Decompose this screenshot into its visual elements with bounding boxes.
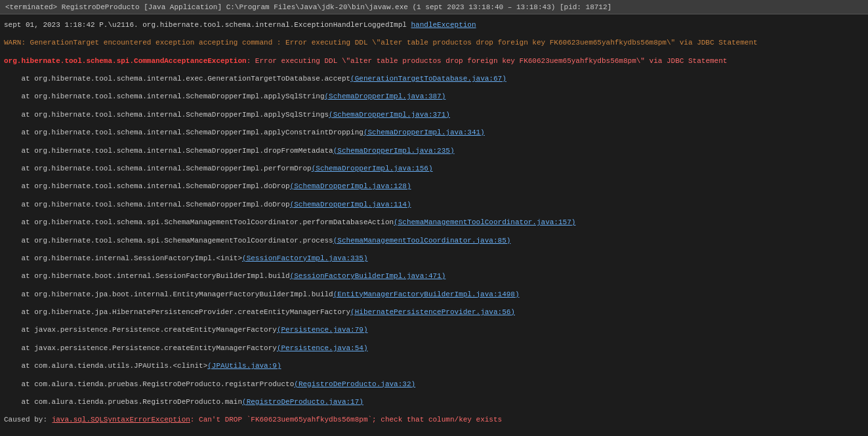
title-bar: <terminated> RegistroDeProducto [Java Ap… <box>0 0 868 14</box>
stack-link[interactable]: (RegistroDeProducto.java:17) <box>242 398 363 406</box>
exception-class-link[interactable]: org.hibernate.tool.schema.spi.CommandAcc… <box>4 57 247 65</box>
console-line: at org.hibernate.tool.schema.internal.Sc… <box>4 146 864 156</box>
console-line: at javax.persistence.Persistence.createE… <box>4 344 864 353</box>
console-line: at org.hibernate.tool.schema.internal.Sc… <box>4 200 864 210</box>
stack-link[interactable]: (SchemaDropperImpl.java:387) <box>324 92 445 100</box>
stack-link[interactable]: (SessionFactoryBuilderImpl.java:471) <box>290 272 446 280</box>
console-line: at org.hibernate.boot.internal.SessionFa… <box>4 271 864 281</box>
console-output[interactable]: sept 01, 2023 1:18:41 P.\u2116. org.hibe… <box>0 14 868 436</box>
stack-link[interactable]: (EntityManagerFactoryBuilderImpl.java:14… <box>333 290 520 298</box>
console-line: org.hibernate.tool.schema.spi.CommandAcc… <box>4 56 864 66</box>
console-line: at org.hibernate.tool.schema.internal.ex… <box>4 74 864 84</box>
console-line: at org.hibernate.tool.schema.spi.SchemaM… <box>4 236 864 246</box>
console-line: at com.alura.tienda.utils.JPAUtils.<clin… <box>4 361 864 371</box>
stack-link[interactable]: (SchemaManagementToolCoordinator.java:15… <box>394 218 575 226</box>
console-line: at javax.persistence.Persistence.createE… <box>4 325 864 335</box>
console-window: <terminated> RegistroDeProducto [Java Ap… <box>0 0 868 436</box>
console-line: at org.hibernate.internal.SessionFactory… <box>4 254 864 264</box>
stack-link[interactable]: (SessionFactoryImpl.java:335) <box>242 254 367 262</box>
stack-link[interactable]: (SchemaManagementToolCoordinator.java:85… <box>333 237 511 245</box>
console-line: at org.hibernate.tool.schema.spi.SchemaM… <box>4 218 864 228</box>
console-line: at org.hibernate.tool.schema.internal.Sc… <box>4 92 864 102</box>
console-line: at com.alura.tienda.pruebas.RegistroDePr… <box>4 397 864 407</box>
console-line: WARN: GenerationTarget encountered excep… <box>4 38 864 48</box>
caused-by-link[interactable]: java.sql.SQLSyntaxErrorException <box>52 416 190 424</box>
stack-link[interactable]: (Persistence.java:79) <box>277 326 368 334</box>
stack-link[interactable]: (SchemaDropperImpl.java:371) <box>329 111 450 119</box>
stack-link[interactable]: (JPAUtils.java:9) <box>207 362 281 370</box>
console-line: at org.hibernate.tool.schema.internal.Sc… <box>4 110 864 120</box>
title-bar-text: <terminated> RegistroDeProducto [Java Ap… <box>5 3 611 11</box>
console-line: at org.hibernate.tool.schema.internal.Sc… <box>4 164 864 174</box>
stack-link[interactable]: (SchemaDropperImpl.java:235) <box>333 147 455 155</box>
console-line: at org.hibernate.jpa.boot.internal.Entit… <box>4 290 864 300</box>
handle-exception-link[interactable]: handleException <box>411 21 476 29</box>
stack-link[interactable]: (SchemaDropperImpl.java:156) <box>312 165 433 172</box>
stack-link[interactable]: (HibernatePersistenceProvider.java:56) <box>350 308 515 316</box>
stack-link[interactable]: (SchemaDropperImpl.java:114) <box>290 201 411 208</box>
console-line: at com.alura.tienda.pruebas.RegistroDePr… <box>4 380 864 389</box>
stack-link[interactable]: (SchemaDropperImpl.java:128) <box>290 182 411 190</box>
stack-link[interactable]: (Persistence.java:54) <box>277 344 368 352</box>
stack-link[interactable]: (SchemaDropperImpl.java:341) <box>363 129 485 136</box>
console-line: sept 01, 2023 1:18:42 P.\u2116. org.hibe… <box>4 20 864 30</box>
console-line: at org.hibernate.tool.schema.internal.Sc… <box>4 182 864 191</box>
console-line: Caused by: java.sql.SQLSyntaxErrorExcept… <box>4 415 864 425</box>
console-line: at org.hibernate.tool.schema.internal.Sc… <box>4 128 864 138</box>
stack-link[interactable]: (RegistroDeProducto.java:32) <box>294 380 415 388</box>
console-line: at org.hibernate.jpa.HibernatePersistenc… <box>4 307 864 317</box>
stack-link[interactable]: (GenerationTargetToDatabase.java:67) <box>350 75 506 83</box>
